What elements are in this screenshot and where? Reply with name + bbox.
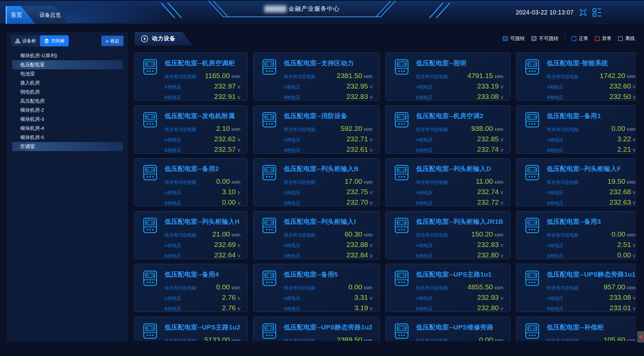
sidebar-room-item[interactable]: 接入机房 <box>12 78 123 87</box>
device-card[interactable]: 88.88 低压配电室--列头柜输入B 组合有功总电能 17.00 kWh A相… <box>253 158 380 206</box>
device-card[interactable]: 88.88 低压配电室--备用3 组合有功总电能 0.00 kWh A相电压 2… <box>516 211 636 259</box>
energy-value: 0.00 <box>611 230 625 238</box>
device-card[interactable]: 88.88 低压配电室--机房空调柜 组合有功总电能 1165.00 kWh A… <box>134 52 247 101</box>
sidebar-room-item[interactable]: 模块机房-4 <box>12 124 123 133</box>
energy-unit: kWh <box>495 127 503 132</box>
space-tree-tab[interactable]: 空间树 <box>40 35 69 46</box>
energy-value: 2389.50 <box>337 336 362 341</box>
phase-a-value: 3.10 <box>222 188 236 196</box>
voltage-unit: V <box>237 148 240 153</box>
legend-item[interactable]: 不可跳转 <box>531 35 558 42</box>
device-card[interactable]: 88.88 低压配电室--支持区动力 组合有功总电能 2381.50 kWh A… <box>253 52 380 101</box>
sidebar-room-item[interactable]: 模块机房-1(单列) <box>12 51 123 60</box>
sidebar-room-item[interactable]: 低压配电室 <box>12 60 123 69</box>
legend-item[interactable]: 可跳转 <box>503 35 525 42</box>
phase-a-row: A相电压 232.62 V <box>165 135 240 143</box>
phase-a-row: A相电压 3.10 V <box>165 188 240 196</box>
energy-row: 组合有功总电能 2.10 kWh <box>165 124 240 133</box>
electric-meter-icon: 88.88 <box>524 165 540 181</box>
room-list: 模块机房-1(单列) 低压配电室 电池室 接入机房 弱电机房 高压配电房 模块机… <box>7 51 128 151</box>
sidebar-room-item[interactable]: 模块机房-5 <box>12 133 123 142</box>
electric-meter-icon: 88.88 <box>394 323 409 339</box>
collapse-sidebar-button[interactable]: 收起 <box>101 36 124 46</box>
electric-meter-icon: 88.88 <box>524 112 540 128</box>
legend-item[interactable]: 异常 <box>595 35 612 42</box>
device-card[interactable]: 88.88 低压配电室--UPS主路1u1 组合有功总电能 4855.50 kW… <box>385 264 510 312</box>
device-card[interactable]: 88.88 低压配电室--UPS静态旁路1u2 组合有功总电能 2389.50 … <box>253 317 380 341</box>
phase-b-value: 3.19 <box>354 304 368 312</box>
device-title: 低压配电室--列头柜输入D <box>416 165 503 173</box>
voltage-unit: V <box>633 137 636 142</box>
energy-label: 组合有功总电能 <box>284 179 316 185</box>
energy-value: 4791.15 <box>467 72 493 80</box>
device-card[interactable]: 88.88 低压配电室--备用4 组合有功总电能 0.00 kWh A相电压 2… <box>134 264 247 312</box>
fullscreen-icon[interactable] <box>579 8 587 16</box>
sidebar-room-item[interactable]: 电池室 <box>12 69 123 78</box>
device-title: 低压配电室--消防设备 <box>284 112 373 120</box>
device-card[interactable]: 88.88 低压配电室--列头柜输入D 组合有功总电能 11.00 kWh A相… <box>385 158 510 206</box>
phase-a-row: A相电压 232.95 V <box>284 82 373 90</box>
legend-item[interactable]: 正常 <box>565 35 588 42</box>
sidebar-room-item[interactable]: 弱电机房 <box>12 87 123 97</box>
double-chevron-left-icon <box>106 38 108 44</box>
room-label: 空调室 <box>20 144 35 149</box>
device-card[interactable]: 88.88 低压配电室--UPS静态旁路1u1 组合有功总电能 957.00 k… <box>516 264 636 312</box>
sidebar-room-item[interactable]: 模块机房-3 <box>12 115 123 124</box>
energy-label: 组合有功总电能 <box>165 74 197 80</box>
sidebar-room-item[interactable]: 模块机房-2 <box>12 106 123 115</box>
legend-label: 离线 <box>625 35 635 42</box>
energy-row: 组合有功总电能 2389.50 kWh <box>284 336 373 341</box>
device-card[interactable]: 88.88 低压配电室--备用5 组合有功总电能 0.00 kWh A相电压 3… <box>253 264 380 312</box>
layout-menu-icon[interactable] <box>592 8 602 17</box>
phase-b-label: B相电压 <box>547 95 564 101</box>
energy-row: 组合有功总电能 4791.15 kWh <box>416 72 503 80</box>
device-tree-tab[interactable]: 设备树 <box>11 35 40 46</box>
device-card[interactable]: 88.88 低压配电室--UPS主路1u2 组合有功总电能 5133.00 kW… <box>134 317 247 341</box>
electric-meter-icon: 88.88 <box>524 323 540 339</box>
sidebar-room-item[interactable]: 高压配电房 <box>12 97 123 106</box>
phase-b-value: 232.57 <box>214 145 236 153</box>
device-card[interactable]: 88.88 低压配电室-智能系统 组合有功总电能 1742.20 kWh A相电… <box>516 52 636 101</box>
device-card[interactable]: 88.88 低压配电室--机房空调2 组合有功总电能 938.00 kWh A相… <box>385 105 510 153</box>
energy-label: 组合有功总电能 <box>547 232 579 238</box>
energy-row: 组合有功总电能 19.50 kWh <box>547 177 636 185</box>
electric-meter-icon: 88.88 <box>262 323 277 339</box>
device-card[interactable]: 88.88 低压配电室--列头柜输入I 组合有功总电能 60.30 kWh A相… <box>253 211 380 259</box>
phase-a-value: 232.74 <box>477 188 499 196</box>
device-title: 低压配电室--机房空调2 <box>416 112 503 120</box>
collapse-label: 收起 <box>110 38 119 44</box>
device-card[interactable]: 88.88 低压配电室--列头柜输入JR1B 组合有功总电能 150.20 kW… <box>385 211 510 259</box>
phase-b-value: 0.00 <box>617 251 631 259</box>
red-arrow-marker[interactable] <box>637 331 644 343</box>
device-card[interactable]: 88.88 低压配电室--发电机附属 组合有功总电能 2.10 kWh A相电压… <box>134 105 247 153</box>
device-card[interactable]: 88.88 低压配电室--列头柜输入F 组合有功总电能 19.50 kWh A相… <box>516 158 636 206</box>
svg-text:88.88: 88.88 <box>397 221 406 224</box>
device-title: 低压配电室--发电机附属 <box>165 112 240 120</box>
device-card[interactable]: 88.88 低压配电室--补偿柜 组合有功总电能 105.60 kWh A相电压… <box>516 317 636 341</box>
svg-text:88.88: 88.88 <box>265 115 274 119</box>
device-card[interactable]: 88.88 低压配电室--照明 组合有功总电能 4791.15 kWh A相电压… <box>385 52 510 101</box>
phase-a-label: A相电压 <box>284 295 301 301</box>
svg-text:88.88: 88.88 <box>397 115 406 119</box>
phase-b-row: B相电压 233.08 V <box>416 93 503 101</box>
energy-unit: kWh <box>627 127 636 132</box>
legend-item[interactable]: 离线 <box>618 35 635 42</box>
sidebar-room-item[interactable]: 空调室 <box>12 142 123 151</box>
energy-row: 组合有功总电能 0.00 kWh <box>165 283 240 291</box>
svg-text:88.88: 88.88 <box>145 274 155 277</box>
device-title: 低压配电室--照明 <box>416 59 503 68</box>
redacted-text-block <box>264 5 286 12</box>
device-card[interactable]: 88.88 低压配电室--消防设备 组合有功总电能 592.20 kWh A相电… <box>253 105 380 153</box>
voltage-unit: V <box>237 190 240 195</box>
energy-unit: kWh <box>364 74 373 79</box>
device-card[interactable]: 88.88 低压配电室--备用1 组合有功总电能 0.00 kWh A相电压 3… <box>516 105 636 153</box>
energy-label: 组合有功总电能 <box>284 338 316 341</box>
device-card[interactable]: 88.88 低压配电室--UPS维修旁路 组合有功总电能 0.00 kWh A相… <box>385 317 510 341</box>
device-card[interactable]: 88.88 低压配电室--备用2 组合有功总电能 0.00 kWh A相电压 3… <box>134 158 247 206</box>
device-title: 低压配电室--列头柜输入H <box>165 217 240 226</box>
energy-label: 组合有功总电能 <box>416 285 448 291</box>
svg-text:88.88: 88.88 <box>528 168 537 172</box>
device-card[interactable]: 88.88 低压配电室--列头柜输入H 组合有功总电能 21.00 kWh A相… <box>134 211 247 259</box>
energy-label: 组合有功总电能 <box>165 179 197 185</box>
svg-text:88.88: 88.88 <box>145 63 155 66</box>
